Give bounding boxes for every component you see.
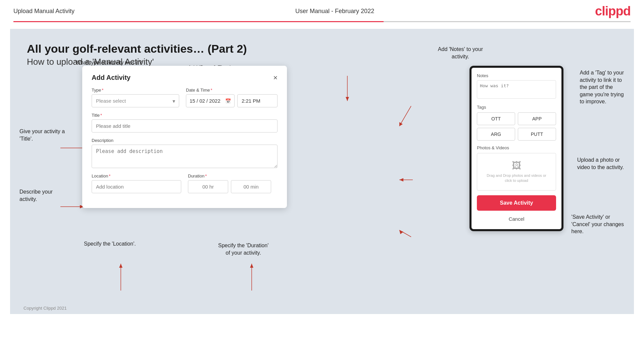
svg-line-20 bbox=[399, 106, 411, 126]
header-center-label: User Manual - February 2022 bbox=[295, 8, 374, 15]
duration-min-input[interactable] bbox=[231, 180, 271, 193]
top-bar: Upload Manual Activity User Manual - Feb… bbox=[0, 0, 644, 21]
tag-app[interactable]: APP bbox=[518, 112, 556, 125]
dialog-content: Add Activity × Type* Please select bbox=[82, 66, 287, 208]
title-input[interactable] bbox=[92, 119, 278, 133]
datetime-label: Date & Time* bbox=[186, 88, 278, 93]
svg-marker-21 bbox=[399, 122, 403, 126]
photos-text: Drag and Drop photos and videos or click… bbox=[484, 173, 549, 184]
calendar-icon: 📅 bbox=[225, 98, 231, 104]
page-title: All your golf-relevant activities… (Part… bbox=[27, 42, 617, 55]
date-input[interactable]: 15 / 02 / 2022 📅 bbox=[186, 94, 235, 107]
logo: clippd bbox=[595, 4, 631, 18]
location-label: Location* bbox=[92, 173, 181, 178]
description-input[interactable] bbox=[92, 145, 278, 168]
tag-putt[interactable]: PUTT bbox=[518, 128, 556, 141]
description-group: Description bbox=[92, 138, 278, 168]
tags-label: Tags bbox=[477, 105, 556, 110]
duration-inputs bbox=[188, 180, 278, 193]
callout-description: Describe your activity. bbox=[19, 188, 53, 203]
callout-duration: Specify the 'Duration' of your activity. bbox=[218, 242, 268, 256]
callout-notes: Add 'Notes' to your activity. bbox=[438, 46, 483, 60]
photo-icon: 🖼 bbox=[484, 160, 549, 171]
callout-location: Specify the 'Location'. bbox=[84, 240, 136, 248]
top-divider bbox=[13, 21, 631, 22]
save-activity-button[interactable]: Save Activity bbox=[477, 195, 556, 211]
add-activity-dialog: Add Activity × Type* Please select bbox=[82, 66, 287, 208]
location-duration-row: Location* Duration* bbox=[92, 173, 278, 193]
svg-marker-25 bbox=[399, 230, 403, 234]
datetime-inputs: 15 / 02 / 2022 📅 bbox=[186, 94, 278, 107]
header-left-label: Upload Manual Activity bbox=[13, 8, 75, 15]
description-label: Description bbox=[92, 138, 278, 143]
callout-tags: Add a 'Tag' to your activity to link it … bbox=[580, 69, 624, 105]
type-group: Type* Please select bbox=[92, 88, 179, 107]
location-input[interactable] bbox=[92, 180, 181, 193]
duration-label: Duration* bbox=[188, 173, 278, 178]
title-group: Title* bbox=[92, 113, 278, 133]
notes-input[interactable] bbox=[477, 80, 556, 99]
callout-title: Give your activity a 'Title'. bbox=[19, 128, 65, 142]
main-content: All your golf-relevant activities… (Part… bbox=[10, 29, 634, 314]
photos-dropzone[interactable]: 🖼 Drag and Drop photos and videos or cli… bbox=[477, 153, 556, 191]
type-select-wrapper: Please select bbox=[92, 94, 179, 107]
phone-panel: Notes Tags OTT APP ARG PUTT Photos & Vid… bbox=[469, 66, 570, 231]
tag-arg[interactable]: ARG bbox=[477, 128, 515, 141]
close-button[interactable]: × bbox=[273, 74, 278, 82]
phone-mockup: Notes Tags OTT APP ARG PUTT Photos & Vid… bbox=[469, 66, 563, 231]
dialog-title: Add Activity bbox=[92, 74, 131, 82]
type-datetime-row: Type* Please select Date & Time* bbox=[92, 88, 278, 107]
svg-marker-16 bbox=[250, 264, 253, 268]
svg-marker-19 bbox=[346, 97, 349, 101]
callout-save-cancel: 'Save Activity' or 'Cancel' your changes… bbox=[572, 213, 624, 235]
dialog-header: Add Activity × bbox=[92, 74, 278, 82]
notes-label: Notes bbox=[477, 73, 556, 78]
callout-photos: Upload a photo or video to the activity. bbox=[577, 156, 624, 171]
location-group: Location* bbox=[92, 173, 181, 193]
type-label: Type* bbox=[92, 88, 179, 93]
svg-marker-13 bbox=[119, 264, 122, 268]
phone-inner: Notes Tags OTT APP ARG PUTT Photos & Vid… bbox=[472, 68, 561, 229]
tag-ott[interactable]: OTT bbox=[477, 112, 515, 125]
datetime-group: Date & Time* 15 / 02 / 2022 📅 bbox=[186, 88, 278, 107]
type-select[interactable]: Please select bbox=[92, 94, 179, 107]
svg-line-24 bbox=[399, 230, 411, 237]
title-label: Title* bbox=[92, 113, 278, 118]
tags-grid: OTT APP ARG PUTT bbox=[477, 112, 556, 141]
cancel-button[interactable]: Cancel bbox=[477, 214, 556, 224]
footer-copyright: Copyright Clippd 2021 bbox=[23, 306, 67, 311]
photos-label: Photos & Videos bbox=[477, 145, 556, 150]
time-input[interactable] bbox=[237, 94, 278, 107]
duration-hr-input[interactable] bbox=[188, 180, 228, 193]
duration-group: Duration* bbox=[188, 173, 278, 193]
svg-marker-23 bbox=[399, 178, 403, 182]
